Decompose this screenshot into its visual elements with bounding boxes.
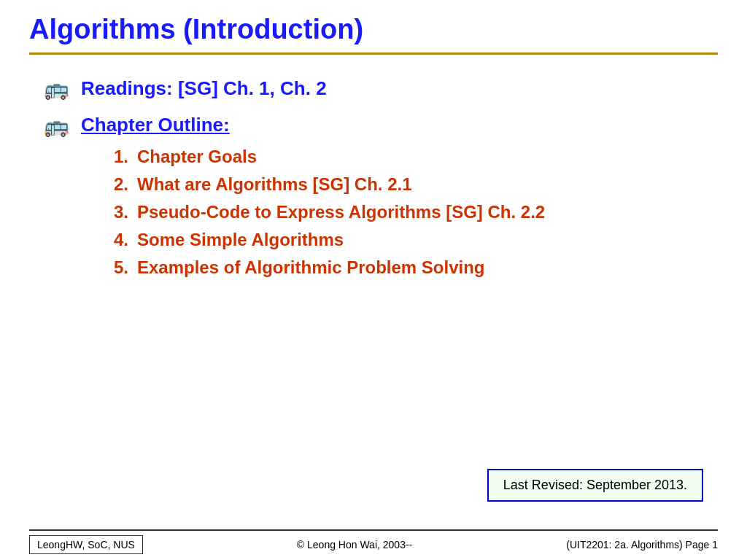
readings-row: 🚌 Readings: [SG] Ch. 1, Ch. 2 [44, 77, 703, 101]
footer-content: LeongHW, SoC, NUS © Leong Hon Wai, 2003-… [0, 531, 747, 560]
item-number-1: 1. [102, 147, 128, 167]
content-section: 🚌 Readings: [SG] Ch. 1, Ch. 2 🚌 Chapter … [0, 55, 747, 278]
outline-row: 🚌 Chapter Outline: [44, 114, 703, 138]
slide-title: Algorithms (Introduction) [29, 13, 718, 47]
outline-bus-icon: 🚌 [44, 114, 69, 138]
header-section: Algorithms (Introduction) [0, 0, 747, 47]
outline-list: 1. Chapter Goals 2. What are Algorithms … [102, 147, 703, 278]
last-revised-box: Last Revised: September 2013. [487, 469, 703, 502]
slide-container: Algorithms (Introduction) 🚌 Readings: [S… [0, 0, 747, 560]
footer-left-text: LeongHW, SoC, NUS [37, 539, 135, 551]
last-revised-text: Last Revised: September 2013. [503, 478, 687, 492]
readings-text: Readings: [SG] Ch. 1, Ch. 2 [81, 77, 327, 100]
item-text-4: Some Simple Algorithms [137, 230, 344, 250]
footer-right: (UIT2201: 2a. Algorithms) Page 1 [566, 539, 718, 551]
item-text-5: Examples of Algorithmic Problem Solving [137, 257, 485, 278]
footer-center: © Leong Hon Wai, 2003-- [297, 539, 412, 551]
footer-section: LeongHW, SoC, NUS © Leong Hon Wai, 2003-… [0, 529, 747, 560]
list-item: 2. What are Algorithms [SG] Ch. 2.1 [102, 174, 703, 195]
footer-page: (UIT2201: 2a. Algorithms) Page 1 [566, 539, 718, 551]
readings-bus-icon: 🚌 [44, 77, 69, 101]
item-text-1: Chapter Goals [137, 147, 257, 167]
chapter-outline-label: Chapter Outline: [81, 114, 230, 136]
list-item: 4. Some Simple Algorithms [102, 230, 703, 250]
item-number-4: 4. [102, 230, 128, 250]
footer-left-box: LeongHW, SoC, NUS [29, 535, 143, 554]
item-number-2: 2. [102, 174, 128, 195]
footer-copyright: © Leong Hon Wai, 2003-- [297, 539, 412, 551]
list-item: 1. Chapter Goals [102, 147, 703, 167]
list-item: 3. Pseudo-Code to Express Algorithms [SG… [102, 202, 703, 222]
list-item: 5. Examples of Algorithmic Problem Solvi… [102, 257, 703, 278]
item-number-5: 5. [102, 257, 128, 278]
item-number-3: 3. [102, 202, 128, 222]
item-text-3: Pseudo-Code to Express Algorithms [SG] C… [137, 202, 545, 222]
item-text-2: What are Algorithms [SG] Ch. 2.1 [137, 174, 412, 195]
